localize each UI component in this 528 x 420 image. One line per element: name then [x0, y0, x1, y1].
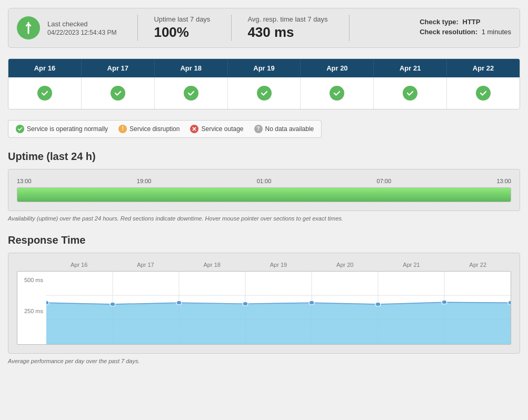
legend-disruption: ! Service disruption [118, 125, 180, 133]
time-label-1300a: 13:00 [17, 178, 32, 184]
x-label-apr18: Apr 18 [179, 262, 245, 268]
status-bar: Last checked 04/22/2023 12:54:43 PM Upti… [8, 8, 520, 48]
last-checked-label: Last checked [47, 20, 116, 28]
check-res-value: 1 minutes [482, 28, 511, 36]
response-time-note: Average performance per day over the pas… [8, 358, 520, 364]
legend-nodata: ? No data available [254, 125, 314, 133]
calendar-body [8, 77, 520, 109]
x-label-apr17: Apr 17 [112, 262, 178, 268]
avg-resp-section: Avg. resp. time last 7 days 430 ms [247, 15, 327, 41]
uptime-section: Uptime (last 24 h) 13:00 19:00 01:00 07:… [8, 151, 520, 222]
y-label-250ms: 250 ms [17, 308, 43, 314]
svg-point-15 [442, 300, 447, 304]
last-checked-section: Last checked 04/22/2023 12:54:43 PM [47, 20, 116, 36]
legend-outage: Service outage [190, 125, 243, 133]
status-ok-apr21 [403, 86, 417, 101]
x-label-apr21: Apr 21 [378, 262, 444, 268]
last-checked-date: 04/22/2023 12:54:43 PM [47, 29, 116, 36]
uptime-value: 100% [154, 24, 210, 41]
svg-point-10 [110, 302, 115, 306]
uptime-time-labels: 13:00 19:00 01:00 07:00 13:00 [17, 178, 511, 184]
cal-cell-apr22 [447, 77, 520, 109]
x-label-apr19: Apr 19 [245, 262, 312, 268]
time-label-0100: 01:00 [257, 178, 272, 184]
avg-resp-label: Avg. resp. time last 7 days [247, 15, 327, 23]
legend-ok-icon [16, 125, 24, 133]
check-type-line: Check type: HTTP [420, 18, 511, 26]
status-ok-apr16 [37, 86, 52, 101]
legend-nodata-icon: ? [254, 125, 263, 133]
legend-nodata-label: No data available [265, 125, 314, 133]
cal-cell-apr20 [301, 77, 374, 109]
svg-point-9 [46, 301, 49, 305]
time-label-0700: 07:00 [377, 178, 392, 184]
status-icon [17, 16, 40, 39]
uptime-bar-outer [17, 187, 511, 202]
uptime-bar-inner [17, 188, 511, 202]
uptime-title: Uptime (last 24 h) [8, 151, 520, 163]
cal-cell-apr18 [155, 77, 228, 109]
uptime-chart-wrap: 13:00 19:00 01:00 07:00 13:00 [8, 169, 520, 211]
check-type-value: HTTP [463, 18, 481, 26]
divider-3 [349, 15, 350, 41]
x-label-apr20: Apr 20 [312, 262, 378, 268]
legend-ok: Service is operating normally [16, 125, 108, 133]
avg-resp-value: 430 ms [247, 24, 327, 41]
cal-cell-apr16 [8, 77, 82, 109]
y-label-500ms: 500 ms [17, 277, 43, 283]
cal-header-apr19: Apr 19 [228, 59, 301, 77]
response-x-labels: Apr 16 Apr 17 Apr 18 Apr 19 Apr 20 Apr 2… [46, 262, 511, 268]
legend-outage-label: Service outage [201, 125, 243, 133]
uptime-section: Uptime last 7 days 100% [154, 15, 210, 41]
uptime-note: Availability (uptime) over the past 24 h… [8, 215, 520, 222]
x-label-apr16: Apr 16 [46, 262, 112, 268]
status-ok-apr17 [111, 86, 125, 101]
uptime-label: Uptime last 7 days [154, 15, 210, 23]
svg-point-14 [375, 302, 381, 306]
cal-header-apr18: Apr 18 [155, 59, 228, 77]
time-label-1300b: 13:00 [496, 178, 511, 184]
status-ok-apr19 [257, 86, 272, 101]
response-time-svg [46, 272, 511, 344]
cal-header-apr16: Apr 16 [8, 59, 82, 77]
svg-point-16 [508, 301, 511, 305]
cal-cell-apr17 [82, 77, 155, 109]
divider-1 [137, 15, 138, 41]
legend-disruption-icon: ! [118, 125, 127, 133]
svg-point-12 [243, 302, 248, 306]
response-time-section: Response Time Apr 16 Apr 17 Apr 18 Apr 1… [8, 234, 520, 364]
check-res-line: Check resolution: 1 minutes [420, 28, 511, 36]
cal-header-apr17: Apr 17 [82, 59, 155, 77]
status-ok-apr20 [330, 86, 344, 101]
chart-svg-area [46, 272, 511, 344]
response-chart-inner: 500 ms 250 ms [17, 271, 511, 345]
check-info-section: Check type: HTTP Check resolution: 1 min… [420, 18, 511, 38]
response-time-title: Response Time [8, 234, 520, 246]
calendar-header: Apr 16 Apr 17 Apr 18 Apr 19 Apr 20 Apr 2… [8, 59, 520, 77]
legend: Service is operating normally ! Service … [8, 120, 322, 138]
legend-ok-label: Service is operating normally [27, 125, 108, 133]
check-type-label: Check type: [420, 18, 459, 26]
legend-outage-icon [190, 125, 198, 133]
cal-header-apr22: Apr 22 [447, 59, 520, 77]
cal-cell-apr19 [228, 77, 301, 109]
svg-point-13 [309, 301, 314, 305]
cal-header-apr21: Apr 21 [374, 59, 447, 77]
response-chart-wrap: Apr 16 Apr 17 Apr 18 Apr 19 Apr 20 Apr 2… [8, 253, 520, 354]
time-label-1900: 19:00 [137, 178, 152, 184]
divider-2 [231, 15, 232, 41]
status-ok-apr22 [476, 86, 491, 101]
y-axis: 500 ms 250 ms [17, 272, 46, 344]
cal-header-apr20: Apr 20 [301, 59, 374, 77]
status-ok-apr18 [184, 86, 198, 101]
legend-disruption-label: Service disruption [129, 125, 180, 133]
svg-point-11 [176, 301, 182, 305]
x-label-apr22: Apr 22 [445, 262, 511, 268]
calendar-section: Apr 16 Apr 17 Apr 18 Apr 19 Apr 20 Apr 2… [8, 58, 520, 109]
cal-cell-apr21 [374, 77, 447, 109]
check-res-label: Check resolution: [420, 28, 477, 36]
svg-marker-8 [46, 302, 511, 344]
